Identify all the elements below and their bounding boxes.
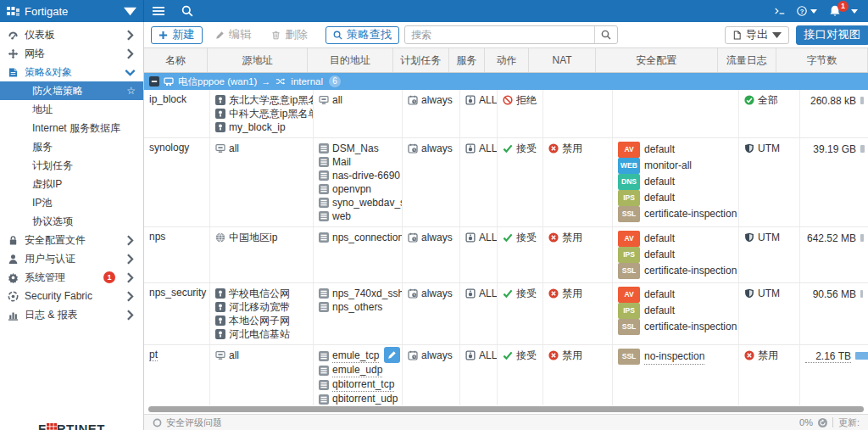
object-label[interactable]: DSM_Nas bbox=[332, 142, 379, 155]
object-label[interactable]: 禁用 bbox=[562, 287, 582, 300]
object-label[interactable]: 禁用 bbox=[562, 349, 582, 362]
object-label[interactable]: UTM bbox=[758, 287, 780, 300]
object-label[interactable]: 河北电信基站 bbox=[229, 327, 290, 341]
object-label[interactable]: syno_webdav_ssl bbox=[332, 196, 403, 209]
create-new-button[interactable]: 新建 bbox=[151, 26, 203, 44]
column-header-2[interactable]: 目的地址 bbox=[308, 48, 393, 72]
brand-menu[interactable]: Fortigate bbox=[0, 0, 144, 22]
object-label[interactable]: nas-drive-6690 bbox=[332, 169, 400, 182]
sidebar-item-0[interactable]: 仪表板 bbox=[0, 25, 143, 44]
sidebar-item-14[interactable]: Security Fabric bbox=[0, 287, 143, 305]
profile-name[interactable]: certificate-inspection bbox=[644, 264, 737, 278]
object-label[interactable]: ALL bbox=[479, 349, 497, 362]
policy-row[interactable]: synologyallDSM_NasMailnas-drive-6690open… bbox=[144, 138, 868, 227]
object-label[interactable]: 禁用 bbox=[562, 231, 582, 244]
profile-name[interactable]: default bbox=[644, 304, 675, 318]
refresh-badge-icon[interactable] bbox=[818, 418, 827, 427]
object-label[interactable]: Mail bbox=[332, 155, 351, 169]
object-label[interactable]: 接受 bbox=[516, 349, 537, 362]
interface-pair-view-button[interactable]: 接口对视图 bbox=[796, 25, 868, 45]
collapse-group-icon[interactable] bbox=[149, 76, 159, 87]
search-submit-button[interactable] bbox=[594, 26, 617, 43]
sidebar-item-4[interactable]: 地址 bbox=[0, 100, 143, 119]
object-label[interactable]: ALL bbox=[479, 231, 497, 244]
object-label[interactable]: 禁用 bbox=[758, 349, 778, 362]
object-label[interactable]: always bbox=[421, 231, 453, 244]
hamburger-menu-button[interactable] bbox=[144, 0, 173, 22]
object-label[interactable]: qbitorrent_tcp bbox=[332, 377, 394, 392]
object-label[interactable]: 中科大恶意ip黑名单 bbox=[229, 107, 314, 120]
profile-name[interactable]: default bbox=[644, 232, 675, 246]
cli-console-button[interactable] bbox=[775, 6, 785, 16]
sidebar-item-3[interactable]: 防火墙策略☆ bbox=[0, 81, 143, 100]
policy-row[interactable]: nps中国地区ipnps_connectionalwaysALL接受禁用AVde… bbox=[144, 227, 868, 283]
object-label[interactable]: nps_connection bbox=[332, 231, 403, 244]
profile-name[interactable]: default bbox=[644, 175, 675, 189]
object-label[interactable]: 河北移动宽带 bbox=[229, 300, 290, 314]
export-button[interactable]: 导出 bbox=[725, 26, 790, 44]
object-label[interactable]: nps_others bbox=[332, 300, 382, 314]
policy-name[interactable]: ip_block bbox=[149, 93, 186, 105]
object-label[interactable]: all bbox=[229, 349, 239, 362]
object-label[interactable]: 全部 bbox=[758, 93, 778, 107]
profile-name[interactable]: certificate-inspection bbox=[644, 207, 737, 221]
column-header-7[interactable]: 安全配置 bbox=[596, 48, 718, 72]
object-label[interactable]: 接受 bbox=[516, 142, 537, 155]
policy-lookup-button[interactable]: 策略查找 bbox=[326, 26, 399, 44]
sidebar-item-15[interactable]: 日志 & 报表 bbox=[0, 305, 143, 324]
object-label[interactable]: emule_tcp bbox=[332, 349, 379, 363]
sidebar-item-12[interactable]: 用户与认证 bbox=[0, 249, 143, 268]
object-label[interactable]: openvpn bbox=[332, 182, 371, 196]
profile-name[interactable]: default bbox=[644, 142, 675, 157]
policy-group-row[interactable]: 电信pppoe (wan1)→internal6 bbox=[144, 73, 868, 90]
policy-row[interactable]: nps_security学校电信公网河北移动宽带本地公网子网河北电信基站nps_… bbox=[144, 283, 868, 345]
profile-name[interactable]: default bbox=[644, 248, 675, 262]
column-header-5[interactable]: 动作 bbox=[485, 48, 529, 72]
column-header-8[interactable]: 流量日志 bbox=[718, 48, 776, 72]
object-label[interactable]: web bbox=[332, 209, 351, 223]
object-label[interactable]: always bbox=[421, 142, 453, 155]
horizontal-scrollbar-thumb[interactable] bbox=[148, 406, 864, 412]
sidebar-item-10[interactable]: 协议选项 bbox=[0, 212, 143, 231]
delete-button[interactable]: 删除 bbox=[264, 26, 315, 44]
policy-row[interactable]: ptallemule_tcpemule_udpqbitorrent_tcpqbi… bbox=[144, 345, 868, 405]
object-label[interactable]: 拒绝 bbox=[516, 93, 537, 107]
sidebar-item-8[interactable]: 虚拟IP bbox=[0, 175, 143, 193]
sidebar-item-11[interactable]: 安全配置文件 bbox=[0, 231, 143, 249]
object-label[interactable]: 接受 bbox=[516, 287, 537, 300]
column-header-9[interactable]: 字节数 bbox=[776, 48, 868, 72]
object-label[interactable]: my_block_ip bbox=[229, 120, 286, 134]
object-label[interactable]: qbitorrent_udp bbox=[332, 392, 398, 405]
object-label[interactable]: UTM bbox=[758, 231, 780, 244]
policy-name[interactable]: synology bbox=[149, 142, 189, 154]
object-label[interactable]: 东北大学恶意ip黑名单 bbox=[229, 93, 314, 107]
object-label[interactable]: ALL bbox=[479, 287, 497, 300]
object-label[interactable]: 学校电信公网 bbox=[229, 287, 290, 300]
object-label[interactable]: emule_udp bbox=[332, 363, 382, 377]
policy-row[interactable]: ip_block东北大学恶意ip黑名单中科大恶意ip黑名单my_block_ip… bbox=[144, 90, 868, 138]
policy-name[interactable]: pt bbox=[149, 349, 158, 361]
edit-button[interactable]: 编辑 bbox=[208, 26, 259, 44]
sidebar-item-13[interactable]: 系统管理1 bbox=[0, 268, 143, 287]
object-label[interactable]: UTM bbox=[758, 142, 780, 155]
column-header-3[interactable]: 计划任务 bbox=[393, 48, 449, 72]
profile-name[interactable]: default bbox=[644, 288, 675, 302]
help-menu-button[interactable]: ? bbox=[797, 6, 817, 16]
object-label[interactable]: all bbox=[229, 142, 239, 155]
profile-name[interactable]: default bbox=[644, 191, 675, 205]
column-header-0[interactable]: 名称 bbox=[144, 48, 208, 72]
object-label[interactable]: 中国地区ip bbox=[229, 231, 277, 244]
column-header-4[interactable]: 服务 bbox=[449, 48, 485, 72]
sidebar-item-6[interactable]: 服务 bbox=[0, 137, 143, 156]
profile-name[interactable]: certificate-inspection bbox=[644, 320, 737, 334]
sidebar-item-9[interactable]: IP池 bbox=[0, 193, 143, 212]
notifications-button[interactable]: 1 bbox=[829, 5, 858, 17]
object-label[interactable]: always bbox=[421, 349, 453, 362]
profile-name[interactable]: no-inspection bbox=[644, 349, 704, 365]
column-header-1[interactable]: 源地址 bbox=[208, 48, 308, 72]
object-label[interactable]: 禁用 bbox=[562, 142, 582, 155]
object-label[interactable]: always bbox=[421, 93, 453, 107]
edit-policy-button[interactable] bbox=[384, 347, 400, 363]
security-rating-label[interactable]: 安全评级问题 bbox=[166, 416, 222, 429]
column-header-6[interactable]: NAT bbox=[529, 48, 596, 72]
